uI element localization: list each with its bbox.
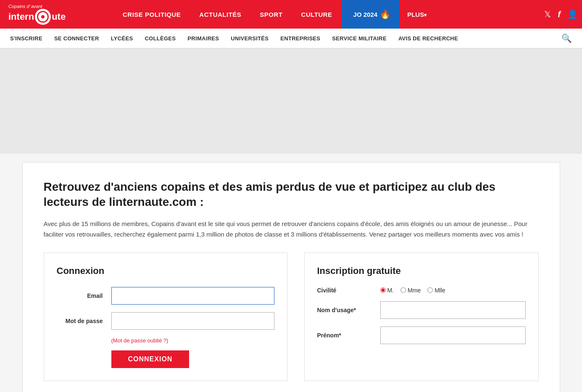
civility-label: Civilité — [317, 287, 372, 294]
sec-link-service-militaire[interactable]: SERVICE MILITAIRE — [326, 29, 392, 48]
prenom-group: Prénom* — [317, 326, 526, 344]
email-label: Email — [57, 292, 103, 299]
nav-link-culture[interactable]: CULTURE — [292, 0, 342, 29]
email-input[interactable] — [111, 287, 274, 305]
nav-links: CRISE POLITIQUE ACTUALITÉS SPORT CULTURE… — [113, 0, 540, 29]
facebook-icon[interactable]: f — [558, 10, 561, 19]
nav-link-sport[interactable]: SPORT — [250, 0, 292, 29]
civility-mlle-radio[interactable] — [427, 287, 433, 293]
prenom-input[interactable] — [380, 326, 526, 344]
nav-link-crise-politique[interactable]: CRISE POLITIQUE — [113, 0, 190, 29]
civility-mlle-label: Mlle — [435, 287, 445, 294]
search-icon[interactable]: 🔍 — [556, 33, 578, 43]
jo-label: JO 2024 — [353, 11, 378, 18]
top-navigation: Copains d' avant intern ute CRISE POLITI… — [0, 0, 582, 29]
civility-mme-label: Mme — [408, 287, 421, 294]
connexion-title: Connexion — [57, 266, 274, 276]
sec-link-universites[interactable]: UNIVERSITÉS — [225, 29, 274, 48]
logo-circle — [35, 9, 51, 25]
nom-group: Nom d'usage* — [317, 301, 526, 319]
logo-area[interactable]: Copains d' avant intern ute — [0, 0, 113, 29]
sec-link-colleges[interactable]: COLLÈGES — [139, 29, 182, 48]
nav-link-plus[interactable]: PLUS — [400, 0, 434, 29]
ad-banner — [0, 49, 582, 154]
logo-text-ute: ute — [52, 12, 66, 21]
logo-tagline-left: Copains d' — [8, 4, 30, 9]
sec-link-avis-recherche[interactable]: AVIS DE RECHERCHE — [392, 29, 464, 48]
civility-mlle-option[interactable]: Mlle — [427, 287, 445, 294]
sec-link-entreprises[interactable]: ENTREPRISES — [274, 29, 326, 48]
sec-link-inscrire[interactable]: S'INSCRIRE — [4, 29, 48, 48]
logo-tagline-right: avant — [31, 4, 42, 9]
password-group: Mot de passe — [57, 312, 274, 330]
logo: Copains d' avant intern ute — [8, 4, 66, 25]
password-label: Mot de passe — [57, 318, 103, 324]
page-description: Avec plus de 15 millions de membres, Cop… — [44, 218, 539, 240]
connexion-form: Connexion Email Mot de passe (Mot de pas… — [44, 253, 287, 381]
email-group: Email — [57, 287, 274, 305]
page-title: Retrouvez d'anciens copains et des amis … — [44, 179, 539, 210]
sec-link-connecter[interactable]: SE CONNECTER — [48, 29, 105, 48]
inscription-form: Inscription gratuite Civilité M. Mme Mll… — [304, 253, 539, 381]
secondary-navigation: S'INSCRIRE SE CONNECTER LYCÉES COLLÈGES … — [0, 29, 582, 49]
nom-label: Nom d'usage* — [317, 307, 372, 313]
chevron-down-icon — [424, 11, 427, 18]
civility-m-option[interactable]: M. — [380, 287, 394, 294]
twitter-icon[interactable]: 𝕏 — [544, 9, 551, 19]
sec-link-lycees[interactable]: LYCÉES — [105, 29, 139, 48]
nom-input[interactable] — [380, 301, 526, 319]
civility-radio-group: M. Mme Mlle — [380, 287, 445, 294]
civility-group: Civilité M. Mme Mlle — [317, 287, 526, 294]
forgot-password-link[interactable]: (Mot de passe oublié ?) — [111, 337, 274, 344]
civility-m-radio[interactable] — [380, 287, 386, 293]
nav-social-icons: 𝕏 f 👤 — [540, 0, 582, 29]
sec-link-primaires[interactable]: PRIMAIRES — [182, 29, 225, 48]
main-content: Retrouvez d'anciens copains et des amis … — [22, 162, 560, 392]
user-icon[interactable]: 👤 — [567, 9, 578, 19]
plus-label: PLUS — [407, 11, 424, 18]
forms-row: Connexion Email Mot de passe (Mot de pas… — [44, 253, 539, 381]
connexion-submit-button[interactable]: CONNEXION — [111, 350, 190, 368]
civility-mme-option[interactable]: Mme — [400, 287, 421, 294]
prenom-label: Prénom* — [317, 332, 372, 339]
logo-text-intern: intern — [8, 12, 34, 21]
civility-mme-radio[interactable] — [400, 287, 406, 293]
inscription-title: Inscription gratuite — [317, 266, 526, 276]
torch-icon: 🔥 — [380, 9, 390, 19]
nav-link-jo[interactable]: JO 2024 🔥 — [342, 0, 400, 29]
nav-link-actualites[interactable]: ACTUALITÉS — [190, 0, 250, 29]
civility-m-label: M. — [387, 287, 394, 294]
password-input[interactable] — [111, 312, 274, 330]
